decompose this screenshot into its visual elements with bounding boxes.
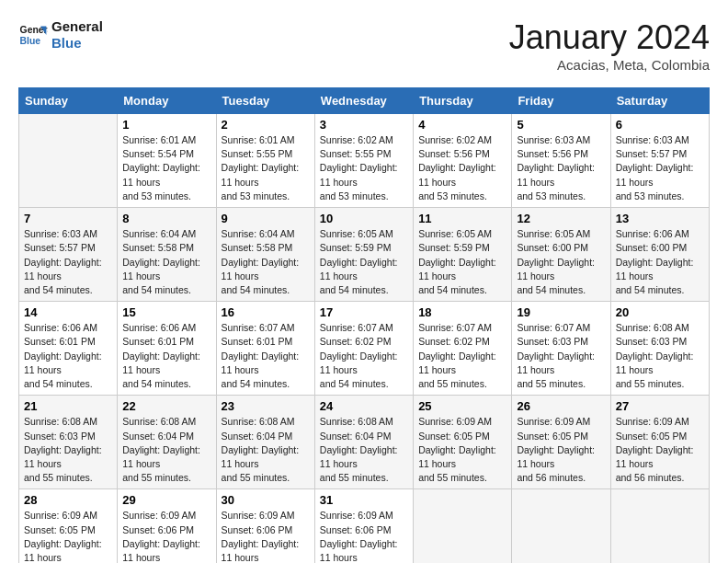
sunrise-text: Sunrise: 6:08 AM (222, 416, 295, 427)
sunset-text: Sunset: 6:05 PM (517, 431, 588, 442)
daylight-line1: Daylight: Daylight: 11 hours (517, 162, 595, 187)
daylight-line1: Daylight: Daylight: 11 hours (122, 350, 200, 375)
daylight-line2: and 54 minutes. (616, 284, 685, 295)
calendar-cell: 9Sunrise: 6:04 AMSunset: 5:58 PMDaylight… (216, 208, 314, 302)
calendar-cell: 12Sunrise: 6:05 AMSunset: 6:00 PMDayligh… (512, 208, 610, 302)
day-info: Sunrise: 6:03 AMSunset: 5:57 PMDaylight:… (616, 133, 704, 203)
day-number: 30 (222, 493, 310, 507)
week-row-4: 21Sunrise: 6:08 AMSunset: 6:03 PMDayligh… (19, 396, 710, 489)
day-info: Sunrise: 6:09 AMSunset: 6:06 PMDaylight:… (320, 509, 408, 563)
sunset-text: Sunset: 6:00 PM (616, 242, 688, 253)
calendar-cell: 30Sunrise: 6:09 AMSunset: 6:06 PMDayligh… (216, 489, 314, 563)
daylight-line2: and 55 minutes. (222, 472, 290, 483)
month-title: January 2024 (509, 18, 710, 57)
daylight-line1: Daylight: Daylight: 11 hours (418, 257, 496, 282)
daylight-line1: Daylight: Daylight: 11 hours (24, 444, 102, 469)
header-day-saturday: Saturday (610, 88, 709, 114)
daylight-line2: and 54 minutes. (122, 284, 191, 295)
daylight-line2: and 56 minutes. (517, 472, 586, 483)
sunrise-text: Sunrise: 6:04 AM (122, 228, 196, 239)
daylight-line1: Daylight: Daylight: 11 hours (222, 444, 300, 469)
daylight-line1: Daylight: Daylight: 11 hours (222, 162, 300, 187)
header-row: SundayMondayTuesdayWednesdayThursdayFrid… (19, 88, 710, 114)
week-row-3: 14Sunrise: 6:06 AMSunset: 6:01 PMDayligh… (19, 302, 710, 396)
day-number: 15 (122, 305, 210, 319)
daylight-line2: and 55 minutes. (320, 472, 389, 483)
daylight-line1: Daylight: Daylight: 11 hours (320, 257, 398, 282)
sunset-text: Sunset: 6:01 PM (222, 336, 293, 347)
daylight-line1: Daylight: Daylight: 11 hours (320, 162, 398, 187)
calendar-cell: 22Sunrise: 6:08 AMSunset: 6:04 PMDayligh… (118, 396, 216, 489)
sunrise-text: Sunrise: 6:05 AM (517, 228, 590, 239)
calendar-cell: 18Sunrise: 6:07 AMSunset: 6:02 PMDayligh… (414, 302, 512, 396)
day-info: Sunrise: 6:08 AMSunset: 6:04 PMDaylight:… (122, 415, 210, 485)
sunrise-text: Sunrise: 6:05 AM (320, 228, 393, 239)
day-info: Sunrise: 6:01 AMSunset: 5:55 PMDaylight:… (222, 133, 310, 203)
sunrise-text: Sunrise: 6:07 AM (517, 322, 590, 333)
sunset-text: Sunset: 5:59 PM (418, 242, 490, 253)
daylight-line2: and 53 minutes. (222, 190, 290, 201)
day-info: Sunrise: 6:07 AMSunset: 6:02 PMDaylight:… (320, 321, 408, 391)
day-number: 19 (517, 305, 605, 319)
calendar-cell: 29Sunrise: 6:09 AMSunset: 6:06 PMDayligh… (118, 489, 216, 563)
daylight-line1: Daylight: Daylight: 11 hours (616, 257, 694, 282)
calendar-cell: 17Sunrise: 6:07 AMSunset: 6:02 PMDayligh… (314, 302, 413, 396)
day-number: 24 (320, 399, 408, 413)
sunset-text: Sunset: 6:06 PM (222, 524, 293, 535)
sunset-text: Sunset: 6:01 PM (24, 336, 96, 347)
day-number: 22 (122, 399, 210, 413)
day-info: Sunrise: 6:08 AMSunset: 6:04 PMDaylight:… (222, 415, 310, 485)
calendar-cell: 24Sunrise: 6:08 AMSunset: 6:04 PMDayligh… (314, 396, 413, 489)
day-number: 21 (24, 399, 112, 413)
calendar-cell: 28Sunrise: 6:09 AMSunset: 6:05 PMDayligh… (19, 489, 118, 563)
sunrise-text: Sunrise: 6:09 AM (517, 416, 590, 427)
sunset-text: Sunset: 5:56 PM (517, 148, 588, 159)
sunset-text: Sunset: 6:03 PM (616, 336, 688, 347)
sunset-text: Sunset: 6:01 PM (122, 336, 194, 347)
daylight-line1: Daylight: Daylight: 11 hours (616, 444, 694, 469)
day-info: Sunrise: 6:09 AMSunset: 6:05 PMDaylight:… (24, 509, 112, 563)
header-day-wednesday: Wednesday (314, 88, 413, 114)
day-info: Sunrise: 6:06 AMSunset: 6:01 PMDaylight:… (24, 321, 112, 391)
sunrise-text: Sunrise: 6:05 AM (418, 228, 492, 239)
day-info: Sunrise: 6:09 AMSunset: 6:05 PMDaylight:… (616, 415, 704, 485)
calendar-cell: 5Sunrise: 6:03 AMSunset: 5:56 PMDaylight… (512, 114, 610, 208)
calendar-cell (19, 114, 118, 208)
logo: General Blue General Blue (18, 18, 103, 52)
daylight-line1: Daylight: Daylight: 11 hours (517, 444, 595, 469)
sunset-text: Sunset: 6:03 PM (24, 431, 96, 442)
calendar-table: SundayMondayTuesdayWednesdayThursdayFrid… (18, 87, 710, 563)
day-info: Sunrise: 6:07 AMSunset: 6:03 PMDaylight:… (517, 321, 605, 391)
day-number: 18 (418, 305, 506, 319)
day-info: Sunrise: 6:04 AMSunset: 5:58 PMDaylight:… (122, 227, 210, 297)
sunrise-text: Sunrise: 6:08 AM (616, 322, 689, 333)
daylight-line2: and 55 minutes. (418, 472, 487, 483)
day-info: Sunrise: 6:07 AMSunset: 6:01 PMDaylight:… (222, 321, 310, 391)
daylight-line1: Daylight: Daylight: 11 hours (122, 162, 200, 187)
header-day-tuesday: Tuesday (216, 88, 314, 114)
sunrise-text: Sunrise: 6:07 AM (320, 322, 393, 333)
daylight-line1: Daylight: Daylight: 11 hours (320, 444, 398, 469)
daylight-line1: Daylight: Daylight: 11 hours (616, 162, 694, 187)
day-info: Sunrise: 6:05 AMSunset: 6:00 PMDaylight:… (517, 227, 605, 297)
week-row-1: 1Sunrise: 6:01 AMSunset: 5:54 PMDaylight… (19, 114, 710, 208)
day-info: Sunrise: 6:02 AMSunset: 5:55 PMDaylight:… (320, 133, 408, 203)
sunset-text: Sunset: 6:02 PM (320, 336, 392, 347)
daylight-line2: and 54 minutes. (418, 284, 487, 295)
sunrise-text: Sunrise: 6:07 AM (418, 322, 492, 333)
day-number: 16 (222, 305, 310, 319)
sunset-text: Sunset: 6:02 PM (418, 336, 490, 347)
sunrise-text: Sunrise: 6:04 AM (222, 228, 295, 239)
sunrise-text: Sunrise: 6:09 AM (24, 510, 97, 521)
day-info: Sunrise: 6:09 AMSunset: 6:05 PMDaylight:… (517, 415, 605, 485)
daylight-line2: and 53 minutes. (517, 190, 586, 201)
sunset-text: Sunset: 6:03 PM (517, 336, 588, 347)
sunrise-text: Sunrise: 6:06 AM (122, 322, 196, 333)
daylight-line1: Daylight: Daylight: 11 hours (222, 350, 300, 375)
calendar-cell: 27Sunrise: 6:09 AMSunset: 6:05 PMDayligh… (610, 396, 709, 489)
title-block: January 2024 Acacias, Meta, Colombia (509, 18, 710, 73)
daylight-line2: and 55 minutes. (616, 378, 685, 389)
calendar-cell: 25Sunrise: 6:09 AMSunset: 6:05 PMDayligh… (414, 396, 512, 489)
daylight-line2: and 55 minutes. (24, 472, 93, 483)
calendar-cell (414, 489, 512, 563)
